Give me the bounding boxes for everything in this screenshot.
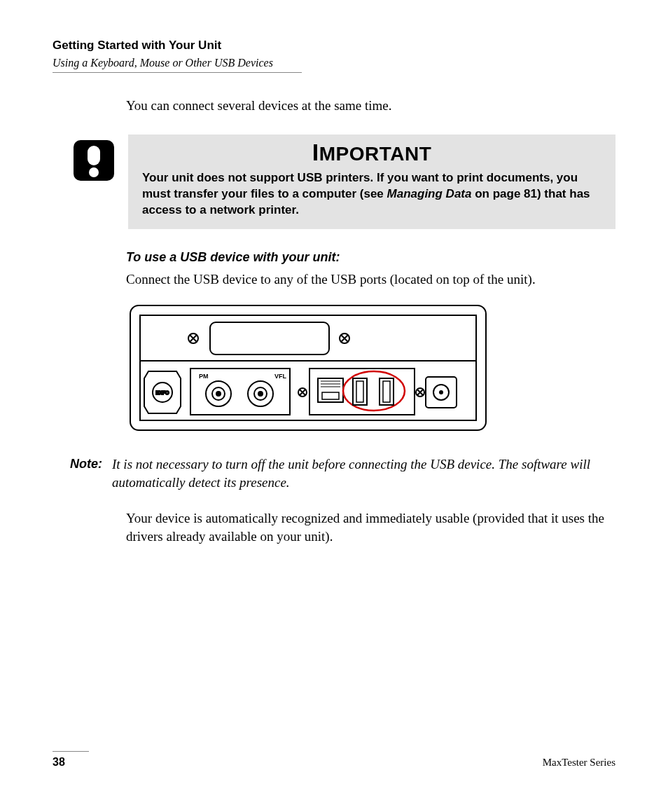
- important-callout: IMPORTANT Your unit does not support USB…: [74, 135, 615, 230]
- note-block: Note: It is not necessary to turn off th…: [70, 455, 615, 491]
- important-ref: Managing Data: [387, 187, 472, 200]
- important-heading: IMPORTANT: [142, 139, 601, 166]
- note-body: It is not necessary to turn off the unit…: [112, 455, 615, 491]
- intro-paragraph: You can connect several devices at the s…: [126, 97, 615, 115]
- exclamation-icon: [74, 140, 114, 181]
- device-top-figure: EXFO PM VFL: [126, 301, 615, 437]
- instruction-body: Connect the USB device to any of the USB…: [126, 270, 615, 289]
- svg-point-2: [89, 167, 99, 177]
- page-number: 38: [53, 756, 65, 769]
- svg-point-14: [216, 392, 221, 396]
- section-subtitle: Using a Keyboard, Mouse or Other USB Dev…: [53, 57, 615, 69]
- page-footer: 38 MaxTester Series: [53, 751, 615, 769]
- svg-rect-25: [383, 381, 390, 402]
- pm-label: PM: [199, 373, 209, 380]
- footer-rule: [53, 751, 89, 752]
- after-note-paragraph: Your device is automatically recognized …: [126, 509, 615, 545]
- svg-rect-23: [356, 381, 363, 402]
- svg-point-28: [439, 390, 443, 394]
- svg-rect-1: [88, 146, 100, 165]
- vfl-label: VFL: [274, 373, 287, 380]
- chapter-title: Getting Started with Your Unit: [53, 39, 615, 53]
- svg-point-17: [258, 392, 263, 396]
- series-label: MaxTester Series: [543, 757, 615, 769]
- important-body: Your unit does not support USB printers.…: [142, 170, 601, 219]
- instruction-heading: To use a USB device with your unit:: [126, 250, 615, 265]
- svg-rect-20: [322, 392, 339, 399]
- svg-rect-6: [210, 322, 329, 355]
- note-label: Note:: [70, 455, 102, 472]
- header-rule: [53, 72, 302, 73]
- brand-label: EXFO: [155, 390, 169, 395]
